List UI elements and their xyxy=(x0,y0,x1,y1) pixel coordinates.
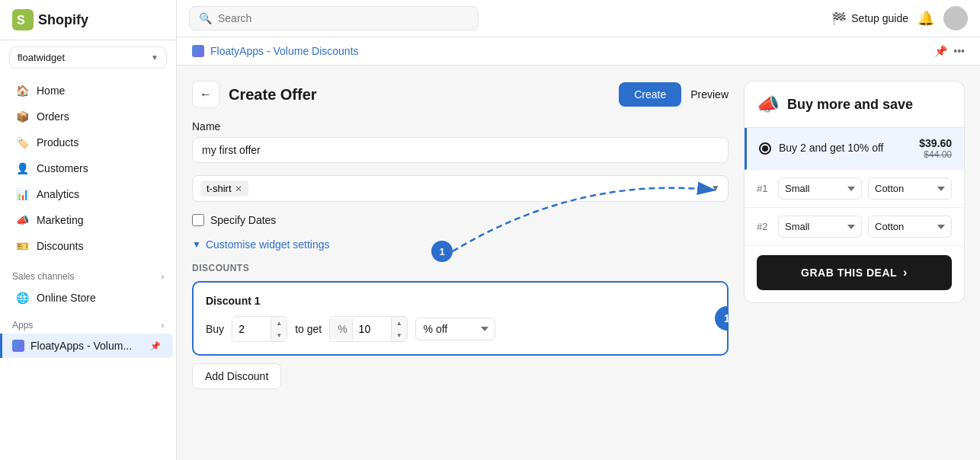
sidebar-item-products[interactable]: 🏷️ Products xyxy=(3,129,173,155)
buy-quantity-input[interactable]: ▲ ▼ xyxy=(232,316,287,342)
customize-link-label: Customise widget settings xyxy=(206,238,330,251)
tag-tshirt-label: t-shirt xyxy=(207,183,232,194)
offer-text: Buy 2 and get 10% off xyxy=(779,141,911,156)
sidebar-item-orders-label: Orders xyxy=(37,110,69,123)
floatyapps-icon xyxy=(12,340,24,352)
discount-card-1: Discount 1 Buy ▲ ▼ to get xyxy=(192,281,729,356)
flag-icon: 🏁 xyxy=(831,11,847,26)
buy-quantity-down-icon[interactable]: ▼ xyxy=(271,329,287,341)
sidebar-item-floatyapps-label: FloatyApps - Volum... xyxy=(30,340,132,352)
sidebar: S Shopify floatwidget ▼ 🏠 Home 📦 Orders … xyxy=(0,0,177,460)
grab-deal-label: GRAB THIS DEAL xyxy=(801,267,897,279)
orders-icon: 📦 xyxy=(15,110,29,123)
main-area: 🔍 🏁 Setup guide 🔔 FloatyApps - Volume Di… xyxy=(177,0,980,460)
tag-dropdown-icon[interactable]: ▼ xyxy=(711,183,720,195)
setup-guide-button[interactable]: 🏁 Setup guide xyxy=(831,11,908,26)
apps-label: Apps xyxy=(12,320,33,331)
discount-type-select[interactable]: % off $ off Fixed price xyxy=(415,318,495,340)
grab-deal-button[interactable]: GRAB THIS DEAL › xyxy=(757,255,952,290)
add-discount-button[interactable]: Add Discount xyxy=(192,363,281,389)
page-header: ← Create Offer Create Preview xyxy=(192,81,729,108)
discount-badge-1: 1 xyxy=(715,306,729,331)
discounts-container: Discount 1 Buy ▲ ▼ to get xyxy=(192,281,729,356)
variant-1-size-select[interactable]: Small Medium Large xyxy=(778,177,862,200)
name-label: Name xyxy=(192,120,729,133)
notifications-icon[interactable]: 🔔 xyxy=(918,10,934,27)
sidebar-item-discounts[interactable]: 🎫 Discounts xyxy=(3,233,173,259)
discounts-icon: 🎫 xyxy=(15,239,29,253)
products-icon: 🏷️ xyxy=(15,136,29,149)
specify-dates-checkbox[interactable] xyxy=(192,214,204,226)
shopify-logo-icon: S xyxy=(12,9,34,30)
shopify-logo-text: Shopify xyxy=(38,12,88,28)
variant-row-2: #2 Small Medium Large Cotton Polyester xyxy=(745,208,964,246)
marketing-icon: 📣 xyxy=(15,213,29,227)
preview-panel: 📣 Buy more and save Buy 2 and get 10% of… xyxy=(744,81,965,445)
online-store-icon: 🌐 xyxy=(15,291,29,305)
search-input[interactable] xyxy=(218,12,469,24)
tag-input-field[interactable]: t-shirt ✕ ✕ ▼ xyxy=(192,175,729,202)
percent-down-icon[interactable]: ▼ xyxy=(392,329,407,341)
sidebar-item-floatyapps[interactable]: FloatyApps - Volum... 📌 xyxy=(0,334,173,358)
tag-tshirt: t-shirt ✕ xyxy=(200,180,248,196)
app-breadcrumb-bar: FloatyApps - Volume Discounts 📌 ••• xyxy=(177,37,980,65)
buy-quantity-up-icon[interactable]: ▲ xyxy=(271,317,287,329)
apps-arrow-icon: › xyxy=(162,321,164,330)
breadcrumb-more-icon[interactable]: ••• xyxy=(953,45,965,57)
pin-icon: 📌 xyxy=(150,341,161,351)
shopify-logo: S Shopify xyxy=(12,9,88,30)
sidebar-header: S Shopify xyxy=(0,0,176,40)
buy-quantity-field[interactable] xyxy=(232,318,271,340)
search-bar[interactable]: 🔍 xyxy=(189,6,479,30)
megaphone-icon: 📣 xyxy=(757,94,780,115)
sidebar-item-customers[interactable]: 👤 Customers xyxy=(3,155,173,181)
back-button[interactable]: ← xyxy=(192,81,219,108)
analytics-icon: 📊 xyxy=(15,187,29,201)
store-selector[interactable]: floatwidget ▼ xyxy=(9,46,167,69)
chevron-down-icon: ▼ xyxy=(151,53,159,62)
sidebar-item-analytics[interactable]: 📊 Analytics xyxy=(3,181,173,207)
grab-deal-arrow-icon: › xyxy=(903,266,908,280)
buy-label: Buy xyxy=(206,323,224,335)
tag-remove-icon[interactable]: ✕ xyxy=(235,184,242,194)
name-field-group: Name xyxy=(192,120,729,163)
sales-channels-label: Sales channels xyxy=(12,271,74,282)
variant-2-material-select[interactable]: Cotton Polyester xyxy=(868,216,952,238)
topbar-right: 🏁 Setup guide 🔔 xyxy=(831,6,968,30)
name-input[interactable] xyxy=(192,137,729,163)
breadcrumb-pin-icon[interactable]: 📌 xyxy=(934,45,947,57)
apps-section-header: Apps › xyxy=(0,311,176,334)
tag-clear-icon[interactable]: ✕ xyxy=(699,183,708,195)
variant-row-1: #1 Small Medium Large Cotton Polyester xyxy=(745,170,964,208)
search-icon: 🔍 xyxy=(199,12,212,24)
customize-widget-link[interactable]: ▼ Customise widget settings xyxy=(192,238,729,251)
sidebar-item-online-store[interactable]: 🌐 Online Store xyxy=(3,285,173,311)
preview-title: Buy more and save xyxy=(787,97,913,113)
setup-guide-label: Setup guide xyxy=(851,12,908,24)
sidebar-item-home[interactable]: 🏠 Home xyxy=(3,78,173,104)
variant-1-material-select[interactable]: Cotton Polyester xyxy=(868,177,952,200)
customize-collapse-icon: ▼ xyxy=(192,239,201,250)
form-panel: ← Create Offer Create Preview Name t-shi… xyxy=(192,81,729,445)
sidebar-item-orders[interactable]: 📦 Orders xyxy=(3,104,173,129)
store-name: floatwidget xyxy=(18,52,65,63)
preview-offer-item[interactable]: Buy 2 and get 10% off $39.60 $44.00 xyxy=(745,128,964,170)
floaty-breadcrumb-icon xyxy=(192,45,204,57)
percent-value-field[interactable] xyxy=(353,318,391,340)
sidebar-item-discounts-label: Discounts xyxy=(37,240,83,252)
discounts-section: DISCOUNTS Discount 1 Buy ▲ ▼ xyxy=(192,263,729,389)
create-button[interactable]: Create xyxy=(619,82,681,107)
customers-icon: 👤 xyxy=(15,161,29,175)
tag-search-input[interactable] xyxy=(253,183,695,195)
variant-2-size-select[interactable]: Small Medium Large xyxy=(778,216,862,238)
nav-section: 🏠 Home 📦 Orders 🏷️ Products 👤 Customers … xyxy=(0,75,176,262)
sales-channels-section: Sales channels › xyxy=(0,262,176,285)
percent-input[interactable]: % ▲ ▼ xyxy=(329,316,407,342)
percent-up-icon[interactable]: ▲ xyxy=(392,317,407,329)
preview-button[interactable]: Preview xyxy=(690,88,729,101)
sales-channels-arrow-icon: › xyxy=(162,273,164,281)
sidebar-item-marketing[interactable]: 📣 Marketing xyxy=(3,207,173,233)
avatar xyxy=(943,6,968,30)
specify-dates-label[interactable]: Specify Dates xyxy=(210,214,276,226)
percent-sign-icon: % xyxy=(330,318,352,340)
